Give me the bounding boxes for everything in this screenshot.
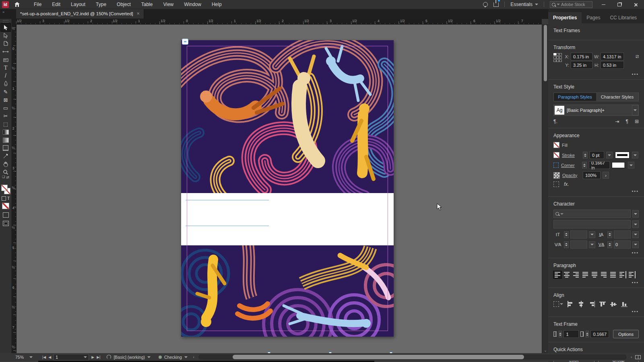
first-page-button[interactable]: |◀ [42,355,46,359]
formatting-container-icon[interactable] [2,196,6,201]
chevron-down-icon[interactable] [632,220,639,228]
menu-item[interactable]: View [158,2,179,7]
stroke-weight-value[interactable]: 0 pt [590,152,604,158]
pen-tool[interactable] [1,80,10,88]
text-frame-options-button[interactable]: Options [613,330,639,338]
justify-left-button[interactable] [581,271,589,278]
menu-item[interactable]: Edit [47,2,66,7]
artwork-bottom-image[interactable] [181,245,394,337]
font-family-select[interactable] [553,210,631,218]
scrollbar-thumb[interactable] [544,25,547,81]
share-icon[interactable] [493,2,499,7]
tab-character-styles[interactable]: Character Styles [596,93,638,101]
corner-radius-stepper[interactable] [582,162,587,169]
leading-stepper[interactable] [607,231,612,238]
kerning-input[interactable] [570,241,587,249]
corner-radius-value[interactable]: 0.1667 in [589,162,609,169]
chevron-down-icon[interactable] [606,152,613,158]
tab-pages[interactable]: Pages [582,12,605,23]
last-page-button[interactable]: ▶| [97,355,100,359]
gradient-swatch-tool[interactable] [1,128,10,136]
formatting-text-icon[interactable]: T [7,196,10,201]
rectangle-frame-tool[interactable]: ⊠ [1,96,10,104]
close-button[interactable] [630,1,641,8]
chevron-down-icon[interactable] [589,231,595,238]
tab-paragraph-styles[interactable]: Paragraph Styles [554,93,596,101]
postcard-page[interactable]: JUNE - JULY MISC. GALLERY SAN FRANCISCO … [181,40,394,337]
spread-view-icon[interactable] [635,355,641,359]
stock-search-input[interactable]: Adobe Stock [550,1,592,8]
menu-item[interactable]: Type [91,2,111,7]
scroll-left-icon[interactable]: ‹ [193,355,194,359]
pencil-tool[interactable]: ✎ [1,88,10,96]
width-input[interactable]: 4.1317 in [601,53,623,60]
tab-cc-libraries[interactable]: CC Libraries [605,12,642,23]
scroll-right-icon[interactable]: › [631,355,632,359]
close-tab-icon[interactable]: × [137,11,140,16]
align-left-button[interactable] [553,271,561,278]
swap-fill-stroke-icon[interactable]: ⇄ [6,176,9,179]
more-options-icon[interactable]: ••• [553,189,639,193]
more-options-icon[interactable]: ••• [553,72,639,76]
gap-tool[interactable]: ⟷ [1,47,10,56]
align-right-button[interactable] [572,271,580,278]
frame-options-icon[interactable] [553,181,559,187]
reference-point-grid[interactable] [553,53,561,62]
direct-selection-tool[interactable] [1,31,10,39]
align-horizontal-centers-button[interactable] [578,301,585,307]
previous-page-button[interactable]: ◀ [48,355,51,359]
font-style-select[interactable] [553,220,631,228]
selection-tool[interactable] [1,23,10,31]
effects-fx-icon[interactable]: fx. [564,181,569,187]
ruler-corner[interactable] [11,19,16,24]
fill-stroke-swatches[interactable] [1,184,10,195]
y-input[interactable]: 3.25 in [571,62,592,68]
new-style-icon[interactable]: ⊞ [635,119,639,124]
home-icon[interactable] [12,2,21,7]
scissors-tool[interactable]: ✂ [1,112,10,120]
redefine-style-icon[interactable]: ⇥ [615,119,619,124]
note-tool[interactable] [1,144,10,152]
columns-input[interactable]: 1 [564,331,578,337]
document-tab[interactable]: *set-up-a-postcard_END_V2.indd @ 150% [C… [16,9,144,19]
menu-item[interactable]: File [29,2,47,7]
horizontal-scrollbar[interactable] [198,354,627,360]
mini-swatches-icon[interactable]: ❏ ⇄ [1,176,10,182]
x-input[interactable]: 0.175 in [571,53,592,60]
scrollbar-thumb[interactable] [233,355,524,359]
panel-expand-icon[interactable]: » [2,10,4,14]
page-number-input[interactable]: 1 [54,354,89,360]
align-center-button[interactable] [563,271,571,278]
corner-style-swatch[interactable] [612,162,625,168]
opacity-link[interactable]: Opacity [562,173,581,178]
constrain-proportions-icon[interactable]: ⧄ [636,53,639,60]
view-mode-icon[interactable] [3,212,9,218]
more-options-icon[interactable]: ••• [553,281,639,284]
height-input[interactable]: 0.53 in [601,62,623,68]
opacity-value[interactable]: 100% [583,172,600,179]
chevron-down-icon[interactable] [589,241,595,248]
corner-link[interactable]: Corner [561,163,580,168]
chevron-down-icon[interactable] [632,152,638,158]
formatting-affects-toggle[interactable]: T [2,196,10,201]
horizontal-ruler[interactable]: 1/231/221/211/201/211/221/231/241/251/26… [11,19,542,25]
fill-swatch-none[interactable] [1,185,8,191]
eyedropper-tool[interactable] [1,152,10,160]
align-bottom-edges-button[interactable] [621,301,628,307]
align-top-edges-button[interactable] [599,301,607,307]
justify-all-button[interactable] [609,271,617,278]
vertical-ruler[interactable]: ½0½1½2½3½4½5½6½7½ [11,24,17,353]
stroke-style-swatch[interactable] [615,152,630,158]
restore-button[interactable] [614,1,625,8]
apply-none-button[interactable] [2,203,9,209]
align-towards-spine-button[interactable] [618,271,626,278]
document-canvas[interactable]: JUNE - JULY MISC. GALLERY SAN FRANCISCO … [16,24,542,353]
menu-item[interactable]: Help [206,2,227,7]
chevron-down-icon[interactable] [628,162,634,169]
fill-none-swatch[interactable] [553,142,559,148]
font-size-input[interactable] [570,230,587,239]
preflight-profile-label[interactable]: [Basic] (working) [114,355,145,360]
tab-properties[interactable]: Properties [548,12,582,23]
hand-tool[interactable] [1,160,10,168]
learn-lightbulb-icon[interactable] [483,2,488,7]
